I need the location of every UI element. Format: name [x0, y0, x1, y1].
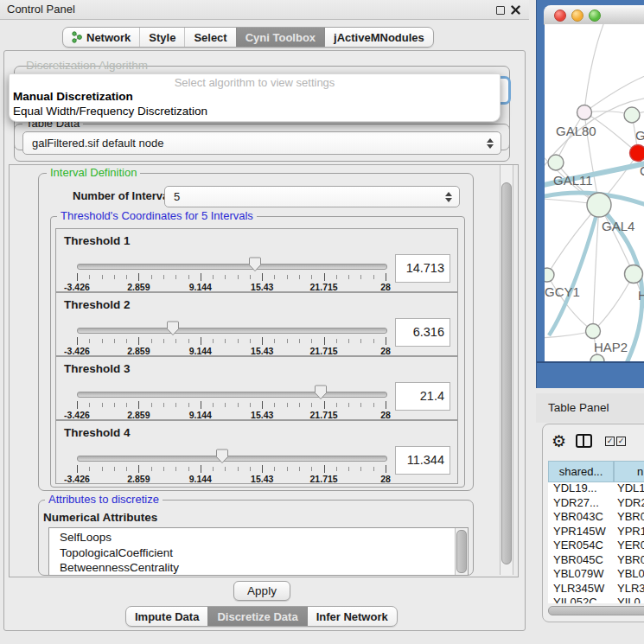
table-row[interactable]: YER054C YER0: [548, 539, 644, 553]
table-row[interactable]: YBR045C YBR0: [548, 553, 644, 568]
tab-impute-data[interactable]: Impute Data: [126, 607, 207, 626]
close-icon[interactable]: [511, 5, 520, 15]
tick-mark: [238, 403, 239, 407]
slider-track[interactable]: [77, 328, 387, 334]
tick-mark: [213, 467, 214, 471]
tick-mark: [360, 403, 361, 407]
slider-handle[interactable]: [166, 321, 180, 336]
slider-handle[interactable]: [248, 257, 262, 272]
popup-option-manual-discretization[interactable]: Manual Discretization: [13, 90, 133, 103]
popup-hint: Select algorithm to view settings: [10, 76, 500, 89]
tick-mark: [225, 339, 226, 343]
slider-handle[interactable]: [314, 385, 328, 400]
threshold-value-field[interactable]: 6.316: [395, 318, 450, 347]
slider-track[interactable]: [77, 264, 387, 270]
close-traffic-light-icon[interactable]: [554, 10, 566, 22]
gear-icon[interactable]: ⚙: [552, 431, 566, 450]
threshold-slider[interactable]: -3.4262.8599.14415.4321.71528: [77, 262, 386, 288]
tab-network[interactable]: Network: [63, 28, 139, 47]
tab-select[interactable]: Select: [184, 28, 235, 47]
horizontal-scrollbar-thumb[interactable]: [548, 606, 644, 615]
apply-button[interactable]: Apply: [233, 581, 290, 601]
table-row[interactable]: YPR145W YPR1: [548, 525, 644, 539]
tick-mark: [175, 339, 176, 343]
popup-option-equal-width-frequency[interactable]: Equal Width/Frequency Discretization: [13, 105, 207, 118]
table-panel: ⚙ ✓ ✓ shared... n YDL19... YDL1 YDR27...…: [542, 424, 644, 622]
list-item[interactable]: SelfLoops: [49, 530, 468, 545]
horizontal-scrollbar[interactable]: [548, 605, 644, 615]
network-window-frame[interactable]: GAL80 G. GAL11 C GAL4 GCY1 H HAP2: [536, 0, 644, 388]
tick-mark: [373, 467, 374, 471]
node-gal4[interactable]: [587, 193, 611, 217]
tab-discretize-data[interactable]: Discretize Data: [207, 607, 306, 626]
threshold-panel: Threshold 1 -3.4262.8599.14415.4321.7152…: [55, 228, 458, 292]
node-gal11[interactable]: [548, 155, 564, 170]
list-scrollbar-thumb[interactable]: [456, 530, 467, 573]
vertical-scrollbar[interactable]: [500, 165, 513, 575]
tick-mark: [311, 403, 312, 407]
threshold-value-field[interactable]: 14.713: [395, 254, 450, 283]
threshold-slider[interactable]: -3.4262.8599.14415.4321.71528: [77, 326, 386, 352]
threshold-value-field[interactable]: 21.4: [395, 382, 450, 411]
tick-label: 2.859: [127, 474, 150, 484]
tab-infer-network[interactable]: Infer Network: [307, 607, 397, 626]
tick-mark: [89, 403, 90, 407]
vertical-scrollbar-thumb[interactable]: [501, 182, 512, 564]
float-window-icon[interactable]: [496, 6, 505, 15]
tick-mark: [175, 467, 176, 471]
network-canvas[interactable]: GAL80 G. GAL11 C GAL4 GCY1 H HAP2: [545, 24, 644, 361]
list-scrollbar[interactable]: [455, 528, 468, 575]
tick-mark: [225, 403, 226, 407]
top-tab-bar: Network Style Select Cyni Toolbox jActiv…: [62, 27, 434, 48]
network-window-titlebar[interactable]: [544, 5, 644, 25]
node-green[interactable]: [624, 107, 640, 123]
table-data-combobox-value: galFiltered.sif default node: [32, 132, 163, 154]
tab-cyni-toolbox[interactable]: Cyni Toolbox: [236, 28, 324, 47]
node-bottom-clipped[interactable]: [590, 354, 604, 361]
column-header-shared-name[interactable]: shared...: [548, 461, 614, 482]
thresholds-container: Threshold 1 -3.4262.8599.14415.4321.7152…: [55, 228, 458, 484]
threshold-slider[interactable]: -3.4262.8599.14415.4321.71528: [77, 390, 386, 416]
table-row[interactable]: YBR043C YBR0: [548, 510, 644, 525]
number-of-intervals-combobox[interactable]: 5: [164, 186, 460, 207]
list-item[interactable]: BetweennessCentrality: [49, 560, 468, 576]
columns-icon[interactable]: [576, 434, 592, 448]
threshold-value-field[interactable]: 11.344: [395, 446, 450, 475]
table-row[interactable]: YIL052C YIL0: [548, 596, 644, 603]
tick-mark: [213, 403, 214, 407]
table-data-combobox[interactable]: galFiltered.sif default node: [22, 131, 501, 155]
tab-style[interactable]: Style: [139, 28, 184, 47]
table-row[interactable]: YDR27... YDR2: [548, 496, 644, 511]
table-row[interactable]: YLR345W YLR3: [548, 582, 644, 596]
node-hap2[interactable]: [586, 324, 601, 339]
tab-jactivemnodules[interactable]: jActiveMNodules: [324, 28, 433, 47]
slider-track[interactable]: [77, 456, 387, 462]
table-row[interactable]: YDL19... YDL1: [548, 481, 644, 496]
tick-mark: [138, 337, 139, 345]
tab-style-label: Style: [149, 31, 175, 44]
node-red-selected[interactable]: [630, 145, 644, 162]
zoom-traffic-light-icon[interactable]: [589, 10, 601, 22]
slider-handle[interactable]: [215, 449, 229, 464]
list-item[interactable]: TopologicalCoefficient: [49, 545, 468, 561]
checkbox-select-none-icon[interactable]: ✓: [616, 437, 626, 446]
node-pink[interactable]: [577, 105, 592, 120]
slider-track[interactable]: [77, 392, 387, 398]
cell-name: YDL1: [617, 481, 644, 496]
cell-shared-name: YPR145W: [553, 525, 606, 539]
threshold-value: 6.316: [413, 325, 444, 339]
numerical-attributes-list[interactable]: SelfLoopsTopologicalCoefficientBetweenne…: [48, 527, 469, 576]
tick-mark: [373, 275, 374, 279]
minimize-traffic-light-icon[interactable]: [571, 10, 583, 22]
cell-name: YLR3: [617, 582, 644, 596]
slider-ticks: [77, 273, 386, 282]
tab-infer-network-label: Infer Network: [316, 610, 388, 623]
threshold-slider[interactable]: -3.4262.8599.14415.4321.71528: [77, 454, 386, 480]
column-header-name[interactable]: n: [614, 461, 644, 482]
tick-mark: [336, 403, 337, 407]
tick-mark: [188, 339, 189, 343]
node-green-right[interactable]: [625, 265, 643, 284]
node-gcy1[interactable]: [545, 268, 554, 282]
checkbox-select-all-icon[interactable]: ✓: [605, 437, 615, 446]
table-row[interactable]: YBL079W YBL0: [548, 567, 644, 582]
